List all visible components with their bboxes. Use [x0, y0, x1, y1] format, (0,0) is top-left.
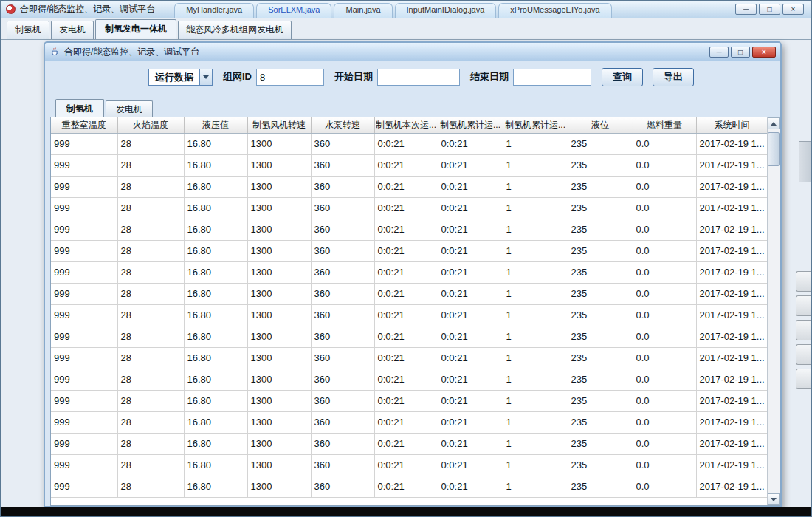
table-row[interactable]: 9992816.8013003600:0:210:0:2112350.02017… — [51, 304, 767, 326]
column-header[interactable]: 制氢风机转速 — [247, 117, 311, 133]
main-tab[interactable]: 发电机 — [51, 21, 94, 39]
taskbar — [1, 507, 811, 516]
close-button[interactable]: × — [782, 4, 804, 15]
table-row[interactable]: 9992816.8013003600:0:210:0:2112350.02017… — [51, 133, 767, 154]
dialog-minimize-button[interactable]: ─ — [709, 47, 729, 58]
main-tab[interactable]: 能态风冷多机组网发电机 — [178, 21, 292, 39]
column-header[interactable]: 制氢机本次运... — [374, 117, 438, 133]
table-cell: 16.80 — [184, 240, 247, 261]
table-row[interactable]: 9992816.8013003600:0:210:0:2112350.02017… — [51, 176, 767, 197]
column-header[interactable]: 重整室温度 — [51, 117, 117, 133]
table-cell: 1300 — [247, 390, 311, 411]
table-cell: 0.0 — [633, 283, 696, 304]
column-header[interactable]: 火焰温度 — [117, 117, 184, 133]
column-header[interactable]: 液位 — [568, 117, 633, 133]
end-date-label: 结束日期 — [470, 70, 509, 83]
query-button[interactable]: 查询 — [602, 68, 643, 86]
table-cell: 235 — [568, 369, 633, 390]
table-cell: 0.0 — [633, 411, 696, 433]
export-button[interactable]: 导出 — [653, 68, 694, 86]
background-button[interactable] — [796, 295, 812, 316]
background-button[interactable] — [796, 369, 812, 389]
table-cell: 1 — [503, 176, 568, 197]
end-date-input[interactable] — [513, 69, 591, 86]
background-scrollbar[interactable] — [799, 141, 812, 182]
table-cell: 0:0:21 — [438, 347, 503, 369]
table-row[interactable]: 9992816.8013003600:0:210:0:2112350.02017… — [51, 283, 767, 304]
minimize-button[interactable]: ─ — [735, 4, 757, 15]
scroll-thumb[interactable] — [768, 132, 780, 166]
table-cell: 0.0 — [633, 154, 696, 176]
column-header[interactable]: 制氢机累计运... — [438, 117, 503, 133]
table-cell: 235 — [568, 176, 633, 197]
table-row[interactable]: 9992816.8013003600:0:210:0:2112350.02017… — [51, 261, 767, 283]
table-cell: 1300 — [247, 133, 311, 154]
ide-tab[interactable]: xProUMessageEIYo.java — [498, 3, 611, 18]
table-cell: 2017-02-19 1... — [696, 369, 767, 390]
table-cell: 0:0:21 — [374, 176, 438, 197]
table-row[interactable]: 9992816.8013003600:0:210:0:2112350.02017… — [51, 369, 767, 390]
data-type-select[interactable]: 运行数据 — [148, 69, 213, 86]
dialog-maximize-button[interactable]: □ — [731, 47, 750, 58]
start-date-input[interactable] — [377, 69, 460, 86]
background-button[interactable] — [796, 271, 812, 292]
table-cell: 1 — [503, 261, 568, 283]
vertical-scrollbar[interactable] — [767, 117, 780, 505]
table-cell: 360 — [311, 390, 374, 411]
table-cell: 1300 — [247, 283, 311, 304]
table-cell: 1300 — [247, 433, 311, 454]
table-cell: 0:0:21 — [438, 219, 503, 240]
table-cell: 16.80 — [184, 390, 247, 411]
table-cell: 1 — [503, 197, 568, 219]
column-header[interactable]: 系统时间 — [696, 117, 767, 133]
table-row[interactable]: 9992816.8013003600:0:210:0:2112350.02017… — [51, 476, 767, 497]
table-cell: 16.80 — [184, 411, 247, 433]
main-tab[interactable]: 制氢机 — [7, 21, 49, 39]
column-header[interactable]: 液压值 — [184, 117, 247, 133]
table-row[interactable]: 9992816.8013003600:0:210:0:2112350.02017… — [51, 454, 767, 476]
window-titlebar: 合即得/能态监控、记录、调试平台 MyHandler.javaSorELXM.j… — [1, 1, 811, 18]
java-icon — [49, 47, 60, 57]
column-header[interactable]: 水泵转速 — [311, 117, 374, 133]
table-row[interactable]: 9992816.8013003600:0:210:0:2112350.02017… — [51, 154, 767, 176]
table-row[interactable]: 9992816.8013003600:0:210:0:2112350.02017… — [51, 433, 767, 454]
ide-tab[interactable]: InputMainIDialog.java — [395, 3, 497, 18]
scroll-down-button[interactable] — [768, 493, 780, 505]
scroll-up-button[interactable] — [768, 117, 780, 129]
ide-tab[interactable]: MyHandler.java — [174, 3, 254, 18]
table-cell: 999 — [51, 347, 117, 369]
dialog-close-button[interactable]: × — [752, 47, 776, 58]
background-button[interactable] — [796, 320, 812, 340]
group-id-input[interactable] — [256, 69, 324, 86]
table-cell: 235 — [568, 411, 633, 433]
table-row[interactable]: 9992816.8013003600:0:210:0:2112350.02017… — [51, 326, 767, 347]
column-header[interactable]: 制氢机累计运... — [503, 117, 568, 133]
table-cell: 999 — [51, 133, 117, 154]
table-row[interactable]: 9992816.8013003600:0:210:0:2112350.02017… — [51, 197, 767, 219]
table-row[interactable]: 9992816.8013003600:0:210:0:2112350.02017… — [51, 390, 767, 411]
table-cell: 999 — [51, 219, 117, 240]
table-cell: 0:0:21 — [374, 433, 438, 454]
table-cell: 235 — [568, 433, 633, 454]
table-cell: 0:0:21 — [438, 304, 503, 326]
table-cell: 360 — [311, 133, 374, 154]
background-button[interactable] — [796, 344, 812, 365]
table-cell: 2017-02-19 1... — [696, 347, 767, 369]
main-tab[interactable]: 制氢发电一体机 — [95, 19, 176, 39]
table-cell: 16.80 — [184, 347, 247, 369]
table-cell: 1300 — [247, 411, 311, 433]
table-row[interactable]: 9992816.8013003600:0:210:0:2112350.02017… — [51, 411, 767, 433]
table-cell: 2017-02-19 1... — [696, 326, 767, 347]
maximize-button[interactable]: □ — [759, 4, 780, 15]
table-row[interactable]: 9992816.8013003600:0:210:0:2112350.02017… — [51, 240, 767, 261]
table-row[interactable]: 9992816.8013003600:0:210:0:2112350.02017… — [51, 347, 767, 369]
table-row[interactable]: 9992816.8013003600:0:210:0:2112350.02017… — [51, 219, 767, 240]
table-cell: 0.0 — [633, 133, 696, 154]
ide-tab-strip: MyHandler.javaSorELXM.javaMain.javaInput… — [174, 3, 611, 18]
ide-tab[interactable]: SorELXM.java — [256, 3, 331, 18]
dialog-tabbar: 制氢机发电机 — [55, 99, 154, 119]
column-header[interactable]: 燃料重量 — [633, 117, 696, 133]
dialog-tab[interactable]: 制氢机 — [55, 99, 104, 119]
ide-tab[interactable]: Main.java — [334, 3, 392, 18]
triangle-up-icon — [771, 122, 777, 126]
